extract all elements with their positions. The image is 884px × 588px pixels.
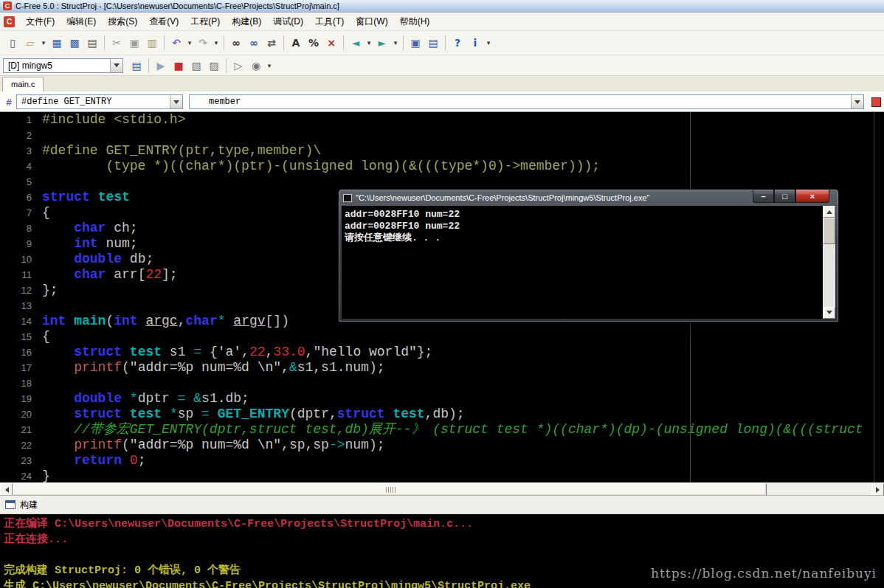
title-bar[interactable]: C C-Free 5.0 : StructProj - [C:\Users\ne… [0,0,884,13]
menu-item-view[interactable]: 查看(V) [143,13,184,31]
main-toolbar: ▯▱▾▦▩▤✂▣▥↶▾↷▾∞∞⇄A%×◄▾►▾▣▤?i▾ [0,31,884,55]
code-line[interactable]: 15{ [0,329,884,345]
zoom-icon[interactable]: % [305,35,322,51]
symbol-kind-icon: # [3,97,15,108]
console-minimize-button[interactable]: – [753,190,774,203]
open-file-dropdown[interactable]: ▾ [40,35,47,51]
copy-icon[interactable]: ▣ [126,35,142,51]
code-line[interactable]: 19 double *dptr = &s1.db; [0,391,884,407]
member-combo-dropdown-arrow[interactable] [851,95,863,108]
build-output-line: 正在连接... [4,532,884,547]
menu-item-build[interactable]: 构建(B) [226,13,267,31]
console-output-area[interactable]: addr=0028FF10 num=22addr=0028FF10 num=22… [342,206,835,319]
menu-item-edit[interactable]: 编辑(E) [61,13,102,31]
debug-icon[interactable]: ▷ [230,58,246,74]
code-line[interactable]: 2 [0,128,884,143]
code-line[interactable]: 3#define GET_ENTRY(ptr,type,member)\ [0,143,884,159]
member-combo[interactable]: member [189,94,864,109]
build-toolbar-dropdown[interactable]: ▾ [266,58,273,74]
build-run-toolbar: [D] mingw5 ▤▶■▧▨▷◉▾ [0,55,884,76]
line-number: 5 [0,174,37,190]
symbol-combo[interactable]: #define GET_ENTRY [16,94,183,109]
console-close-button[interactable]: × [795,190,829,203]
print-icon[interactable]: ▤ [84,35,100,51]
code-line[interactable]: 5 [0,174,884,190]
new-file-icon[interactable]: ▯ [4,35,21,51]
console-scroll-thumb[interactable] [823,218,835,244]
line-number: 7 [0,205,37,221]
compile-icon[interactable]: ▧ [188,58,204,74]
line-number: 9 [0,236,37,252]
console-maximize-button[interactable]: □ [774,190,795,203]
menu-item-project[interactable]: 工程(P) [184,13,226,31]
hscroll-thumb[interactable] [13,483,767,496]
console-scroll-up-button[interactable] [823,206,835,218]
code-line[interactable]: 16 struct test s1 = {'a',22,33.0,"hello … [0,345,884,360]
scroll-right-button[interactable] [871,483,884,496]
console-vscrollbar[interactable] [823,206,835,319]
open-file-icon[interactable]: ▱ [22,35,38,51]
navigate-back-dropdown[interactable]: ▾ [365,35,373,51]
build-config-value: [D] mingw5 [8,60,52,71]
cut-icon[interactable]: ✂ [108,35,125,51]
new-window-icon[interactable]: ▣ [407,35,424,51]
redo-icon[interactable]: ↷ [195,35,211,51]
symbol-combo-dropdown-arrow[interactable] [170,95,182,108]
undo-dropdown[interactable]: ▾ [186,35,193,51]
about-icon[interactable]: i [467,35,483,51]
code-line[interactable]: 22 printf("addr=%p num=%d \n",sp,sp->num… [0,437,884,453]
font-icon[interactable]: A [288,35,304,51]
redo-dropdown[interactable]: ▾ [213,35,220,51]
paste-icon[interactable]: ▥ [144,35,160,51]
scroll-left-button[interactable] [0,483,13,496]
menu-item-file[interactable]: 文件(F) [20,13,61,31]
stop-icon[interactable]: ■ [170,58,187,74]
navigate-back-icon[interactable]: ◄ [348,35,364,51]
menu-item-help[interactable]: 帮助(H) [394,13,436,31]
build-config-dropdown-arrow[interactable] [110,59,122,72]
find-in-files-icon[interactable]: ∞ [246,35,262,51]
console-scroll-down-button[interactable] [823,307,835,319]
code-line[interactable]: 1#include <stdio.h> [0,112,884,128]
record-macro-button[interactable] [871,97,881,107]
line-number: 18 [0,376,37,391]
navigate-forward-dropdown[interactable]: ▾ [392,35,399,51]
help-icon[interactable]: ? [449,35,466,51]
code-line[interactable]: 4 (type *)((char*)(ptr)-(unsigned long)(… [0,159,884,174]
build-output-panel: 正在编译 C:\Users\newuser\Documents\C-Free\P… [0,514,884,588]
menu-item-tools[interactable]: 工具(T) [309,13,350,31]
replace-icon[interactable]: ⇄ [263,35,280,51]
build-panel-title: 构建 [20,499,38,511]
code-line[interactable]: 20 struct test *sp = GET_ENTRY(dptr,stru… [0,407,884,422]
undo-icon[interactable]: ↶ [168,35,184,51]
code-line[interactable]: 21 //带参宏GET_ENTRY(dptr,struct test,db)展开… [0,422,884,437]
save-all-icon[interactable]: ▩ [66,35,83,51]
navigate-forward-icon[interactable]: ► [374,35,390,51]
find-icon[interactable]: ∞ [228,35,244,51]
check-syntax-icon[interactable]: ▤ [128,58,145,74]
run-icon[interactable]: ▶ [153,58,169,74]
toolbar-overflow-dropdown[interactable]: ▾ [485,35,492,51]
build-icon[interactable]: ▨ [206,58,222,74]
code-line[interactable]: 18 [0,376,884,391]
code-line[interactable]: 24} [0,468,884,482]
build-panel-header: 构建 [0,495,884,514]
line-number: 24 [0,468,37,482]
menu-item-search[interactable]: 搜索(S) [102,13,143,31]
breakpoint-icon[interactable]: ◉ [248,58,264,74]
hscroll-grip-icon [386,487,396,493]
tab-main-c[interactable]: main.c [2,77,44,91]
save-icon[interactable]: ▦ [49,35,65,51]
line-number: 21 [0,422,37,437]
line-number: 13 [0,298,37,314]
line-number: 8 [0,221,37,236]
menu-item-window[interactable]: 窗口(W) [350,13,393,31]
editor-hscrollbar[interactable] [0,482,884,495]
code-line[interactable]: 23 return 0; [0,453,884,468]
menu-item-debug[interactable]: 调试(D) [267,13,309,31]
console-title-bar[interactable]: "C:\Users\newuser\Documents\C-Free\Proje… [339,190,838,206]
window-list-icon[interactable]: ▤ [425,35,441,51]
code-line[interactable]: 17 printf("addr=%p num=%d \n",&s1,s1.num… [0,360,884,376]
build-config-combo[interactable]: [D] mingw5 [3,58,123,73]
close-file-icon[interactable]: × [323,35,339,51]
